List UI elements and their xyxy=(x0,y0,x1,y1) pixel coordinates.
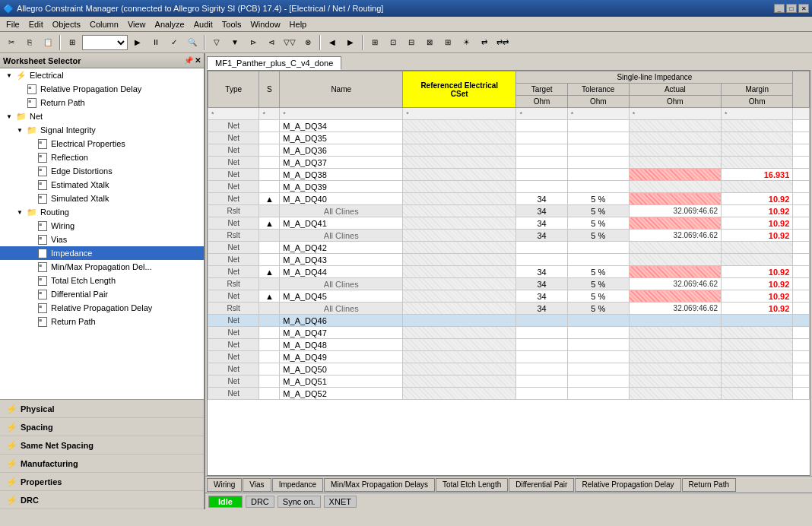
menu-item-tools[interactable]: Tools xyxy=(217,18,246,30)
table-row[interactable]: NetM_A_DQ49 xyxy=(208,351,810,363)
table-row[interactable]: Net▲M_A_DQ40345 %10.92 xyxy=(208,193,810,205)
bottom-tab-relative-propagation-delay[interactable]: Relative Propagation Delay xyxy=(575,478,680,492)
toolbar-btn-5[interactable]: 🔍 xyxy=(184,34,201,51)
table-row[interactable]: NetM_A_DQ51 xyxy=(208,375,810,388)
sidebar-item-estimated-xtalk[interactable]: ≡ Estimated Xtalk xyxy=(0,178,204,192)
sidebar-item-return-path-routing[interactable]: ≡ Return Path xyxy=(0,315,204,328)
table-row[interactable]: NetM_A_DQ47 xyxy=(208,327,810,339)
toolbar-btn-2[interactable]: ▶ xyxy=(129,34,146,51)
sidebar-section-drc[interactable]: ⚡ DRC xyxy=(0,491,204,509)
grid-btn-6[interactable]: ☀ xyxy=(458,34,474,51)
filter-btn-5[interactable]: ▽▽ xyxy=(281,34,298,51)
table-row[interactable]: NetM_A_DQ35 xyxy=(208,132,810,144)
close-button[interactable]: ✕ xyxy=(798,4,809,13)
sidebar-item-wiring[interactable]: ≡ Wiring xyxy=(0,219,204,233)
table-row[interactable]: NetM_A_DQ46 xyxy=(208,315,810,327)
bottom-tab-total-etch-length[interactable]: Total Etch Length xyxy=(436,478,508,492)
table-row[interactable]: NetM_A_DQ34 xyxy=(208,120,810,132)
sidebar-item-simulated-xtalk[interactable]: ≡ Simulated Xtalk xyxy=(0,192,204,205)
grid-btn-3[interactable]: ⊟ xyxy=(403,34,420,51)
paste-button[interactable]: 📋 xyxy=(40,34,56,51)
menu-item-objects[interactable]: Objects xyxy=(48,18,85,30)
table-row[interactable]: Net▲M_A_DQ44345 %10.92 xyxy=(208,266,810,278)
sidebar-item-impedance[interactable]: ≡ Impedance xyxy=(0,246,204,260)
table-row[interactable]: NetM_A_DQ37 xyxy=(208,157,810,169)
filter-btn-1[interactable]: ▽ xyxy=(208,34,225,51)
grid-btn-5[interactable]: ⊞ xyxy=(439,34,456,51)
sidebar-item-electrical-properties[interactable]: ≡ Electrical Properties xyxy=(0,137,204,151)
grid-table-wrapper[interactable]: Type S Name Referenced ElectricalCSet Si… xyxy=(208,71,810,475)
grid-btn-7[interactable]: ⇄ xyxy=(476,34,493,51)
sidebar-item-return-path-electrical[interactable]: ≡ Return Path xyxy=(0,96,204,109)
filter-name[interactable]: * xyxy=(280,108,403,120)
table-row[interactable]: RsltAll Clines345 %32.069:46.6210.92 xyxy=(208,303,810,315)
sidebar-item-rel-prop-delay-electrical[interactable]: ≡ Relative Propagation Delay xyxy=(0,82,204,96)
menu-item-window[interactable]: Window xyxy=(246,18,284,30)
nav-left-button[interactable]: ◀ xyxy=(324,34,341,51)
menu-item-edit[interactable]: Edit xyxy=(24,18,48,30)
menu-item-view[interactable]: View xyxy=(123,18,151,30)
grid-btn-4[interactable]: ⊠ xyxy=(421,34,438,51)
copy-button[interactable]: ⎘ xyxy=(21,34,38,51)
table-row[interactable]: NetM_A_DQ42 xyxy=(208,242,810,254)
sidebar-item-diff-pair[interactable]: ≡ Differential Pair xyxy=(0,287,204,301)
sidebar-item-reflection[interactable]: ≡ Reflection xyxy=(0,151,204,164)
menu-item-analyze[interactable]: Analyze xyxy=(151,18,189,30)
sidebar-section-physical[interactable]: ⚡ Physical xyxy=(0,400,204,418)
sidebar-item-rel-prop-delay-routing[interactable]: ≡ Relative Propagation Delay xyxy=(0,301,204,315)
sidebar-item-vias[interactable]: ≡ Vias xyxy=(0,233,204,246)
filter-ref[interactable]: * xyxy=(403,108,516,120)
table-row[interactable]: NetM_A_DQ50 xyxy=(208,363,810,375)
toolbar-btn-3[interactable]: ⏸ xyxy=(147,34,164,51)
toolbar-btn-1[interactable]: ⊞ xyxy=(64,34,81,51)
filter-btn-4[interactable]: ⊲ xyxy=(263,34,280,51)
table-row[interactable]: NetM_A_DQ52 xyxy=(208,388,810,400)
sidebar-section-spacing[interactable]: ⚡ Spacing xyxy=(0,418,204,436)
toolbar-btn-4[interactable]: ✓ xyxy=(166,34,182,51)
filter-s[interactable]: * xyxy=(259,108,280,120)
table-row[interactable]: NetM_A_DQ3816.931 xyxy=(208,169,810,181)
table-row[interactable]: Net▲M_A_DQ41345 %10.92 xyxy=(208,217,810,230)
table-row[interactable]: NetM_A_DQ36 xyxy=(208,144,810,157)
table-row[interactable]: RsltAll Clines345 %32.069:46.6210.92 xyxy=(208,278,810,290)
bottom-tab-differential-pair[interactable]: Differential Pair xyxy=(509,478,574,492)
cut-button[interactable]: ✂ xyxy=(3,34,20,51)
toolbar-select[interactable] xyxy=(82,35,128,50)
filter-btn-2[interactable]: ▼ xyxy=(227,34,243,51)
filter-type[interactable]: * xyxy=(208,108,259,120)
table-row[interactable]: NetM_A_DQ39 xyxy=(208,181,810,193)
filter-btn-3[interactable]: ⊳ xyxy=(245,34,262,51)
bottom-tab-impedance[interactable]: Impedance xyxy=(272,478,323,492)
filter-target[interactable]: * xyxy=(516,108,567,120)
menu-item-column[interactable]: Column xyxy=(85,18,123,30)
active-tab[interactable]: MF1_Panther_plus_C_v4_done xyxy=(207,56,341,70)
grid-btn-1[interactable]: ⊞ xyxy=(366,34,383,51)
ws-close-icon[interactable]: ✕ xyxy=(195,56,201,65)
bottom-tab-min/max-propagation-delays[interactable]: Min/Max Propagation Delays xyxy=(324,478,435,492)
sidebar-item-electrical[interactable]: ▼ ⚡ Electrical xyxy=(0,68,204,82)
sidebar-item-net[interactable]: ▼ 📁 Net xyxy=(0,109,204,123)
menu-item-audit[interactable]: Audit xyxy=(189,18,217,30)
table-row[interactable]: NetM_A_DQ43 xyxy=(208,254,810,266)
menu-item-file[interactable]: File xyxy=(2,18,24,30)
sidebar-item-edge-distortions[interactable]: ≡ Edge Distortions xyxy=(0,164,204,178)
menu-item-help[interactable]: Help xyxy=(285,18,312,30)
filter-actual[interactable]: * xyxy=(629,108,721,120)
sidebar-item-signal-integrity[interactable]: ▼ 📁 Signal Integrity xyxy=(0,123,204,137)
restore-button[interactable]: □ xyxy=(786,4,797,13)
bottom-tab-return-path[interactable]: Return Path xyxy=(682,478,736,492)
nav-right-button[interactable]: ▶ xyxy=(342,34,359,51)
table-row[interactable]: NetM_A_DQ48 xyxy=(208,339,810,351)
bottom-tab-wiring[interactable]: Wiring xyxy=(207,478,242,492)
sidebar-section-manufacturing[interactable]: ⚡ Manufacturing xyxy=(0,455,204,473)
bottom-tab-vias[interactable]: Vias xyxy=(243,478,271,492)
sidebar-item-total-etch[interactable]: ≡ Total Etch Length xyxy=(0,274,204,287)
filter-tolerance[interactable]: * xyxy=(567,108,629,120)
table-row[interactable]: RsltAll Clines345 %32.069:46.6210.92 xyxy=(208,205,810,217)
minimize-button[interactable]: _ xyxy=(774,4,785,13)
sidebar-item-minmax-prop-delay[interactable]: ≡ Min/Max Propagation Del... xyxy=(0,260,204,274)
table-row[interactable]: RsltAll Clines345 %32.069:46.6210.92 xyxy=(208,230,810,242)
sidebar-section-properties[interactable]: ⚡ Properties xyxy=(0,473,204,491)
filter-margin[interactable]: * xyxy=(722,108,793,120)
grid-btn-2[interactable]: ⊡ xyxy=(385,34,401,51)
